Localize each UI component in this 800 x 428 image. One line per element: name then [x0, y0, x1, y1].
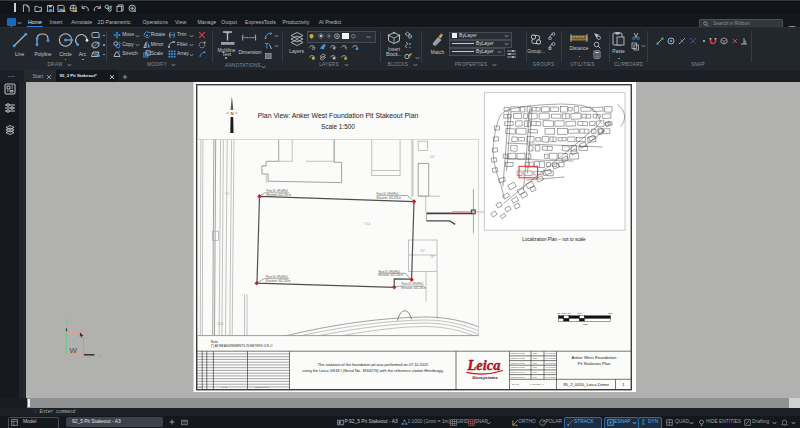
- svg-text:95_2_0010_Leica Demo: 95_2_0010_Leica Demo: [563, 382, 609, 387]
- svg-text:Pit Stakeout Plan: Pit Stakeout Plan: [578, 361, 612, 366]
- svg-text:T01: T01: [225, 192, 230, 196]
- svg-text:Elevation: 405.236 m: Elevation: 405.236 m: [267, 193, 291, 197]
- svg-text:747: 747: [430, 255, 435, 259]
- svg-text:Plan View: Anker West Foundati: Plan View: Anker West Foundation Pit Sta…: [258, 112, 419, 119]
- svg-text:Elevation: 405.236 m: Elevation: 405.236 m: [266, 279, 290, 283]
- svg-text:X: X: [98, 352, 103, 359]
- svg-text:Elevation: 405.236 m: Elevation: 405.236 m: [402, 286, 426, 290]
- svg-text:744: 744: [364, 221, 371, 226]
- svg-text:Point ID: 0Pit0Pkt1: Point ID: 0Pit0Pkt1: [267, 189, 289, 193]
- svg-text:10.10.2025: 10.10.2025: [546, 352, 557, 354]
- svg-text:25m: 25m: [608, 312, 612, 314]
- svg-text:10m: 10m: [577, 312, 581, 314]
- svg-text:5m: 5m: [567, 312, 570, 314]
- svg-text:Leica: Leica: [466, 357, 500, 373]
- svg-text:Y: Y: [64, 318, 69, 325]
- svg-text:DESCRIPTION: DESCRIPTION: [511, 366, 525, 368]
- svg-text:DESCRIPTION: DESCRIPTION: [511, 371, 525, 373]
- svg-text:REV: REV: [198, 386, 203, 388]
- svg-text:PAGE SIZE A3: PAGE SIZE A3: [530, 383, 544, 385]
- svg-text:(*) All MEASUREMENTS IN METERS: (*) All MEASUREMENTS IN METERS U.N.O: [211, 344, 273, 348]
- svg-text:Elevation: 405.236 m: Elevation: 405.236 m: [378, 273, 402, 277]
- svg-text:1:250: 1:250: [583, 323, 589, 325]
- svg-text:0m: 0m: [557, 312, 560, 314]
- svg-text:2140: 2140: [217, 322, 224, 326]
- svg-text:N: N: [230, 111, 233, 116]
- svg-text:DESCRIPTION: DESCRIPTION: [511, 352, 525, 354]
- svg-text:Note: Note: [211, 340, 218, 344]
- svg-text:Scale 1:500: Scale 1:500: [321, 123, 355, 130]
- svg-text:Localization Plan – not to sca: Localization Plan – not to scale: [522, 237, 586, 242]
- svg-text:DATE: DATE: [222, 386, 228, 388]
- svg-text:182: 182: [430, 155, 435, 159]
- svg-text:10.10.2025: 10.10.2025: [546, 357, 557, 359]
- svg-text:Geosystems: Geosystems: [472, 375, 498, 380]
- svg-text:Point ID: 0Pit0Pkt1: Point ID: 0Pit0Pkt1: [266, 275, 288, 279]
- svg-text:747: 747: [420, 249, 425, 253]
- svg-text:Anker West Foundation: Anker West Foundation: [572, 355, 617, 360]
- svg-text:Point ID: 0Pit0Pkt1: Point ID: 0Pit0Pkt1: [377, 192, 399, 196]
- svg-text:DESCRIPTION: DESCRIPTION: [511, 357, 525, 359]
- svg-text:10.10.2025: 10.10.2025: [546, 371, 557, 373]
- svg-text:DESCRIPTION: DESCRIPTION: [511, 376, 525, 378]
- svg-text:using the Leica GS18 I (Serial: using the Leica GS18 I (Serial No. 18342…: [302, 368, 443, 373]
- svg-text:DESCRIPTION: DESCRIPTION: [511, 362, 525, 364]
- svg-text:Point ID: 0Pit0Pkt1: Point ID: 0Pit0Pkt1: [378, 270, 400, 274]
- svg-text:W: W: [70, 346, 78, 355]
- svg-text:10.10.2025: 10.10.2025: [546, 362, 557, 364]
- svg-text:2.5m: 2.5m: [561, 312, 566, 314]
- svg-text:SCALE: SCALE: [512, 383, 519, 385]
- svg-text:DESCRIPTION: DESCRIPTION: [255, 386, 269, 388]
- svg-text:Elevation: 405.236 m: Elevation: 405.236 m: [377, 196, 401, 200]
- svg-text:10.10.2025: 10.10.2025: [546, 366, 557, 368]
- svg-text:Point ID: 0Pit0Pkt1: Point ID: 0Pit0Pkt1: [402, 282, 424, 286]
- svg-text:The stakeout of the foundation: The stakeout of the foundation pit was p…: [318, 362, 429, 367]
- svg-text:10.10.2025: 10.10.2025: [546, 376, 557, 378]
